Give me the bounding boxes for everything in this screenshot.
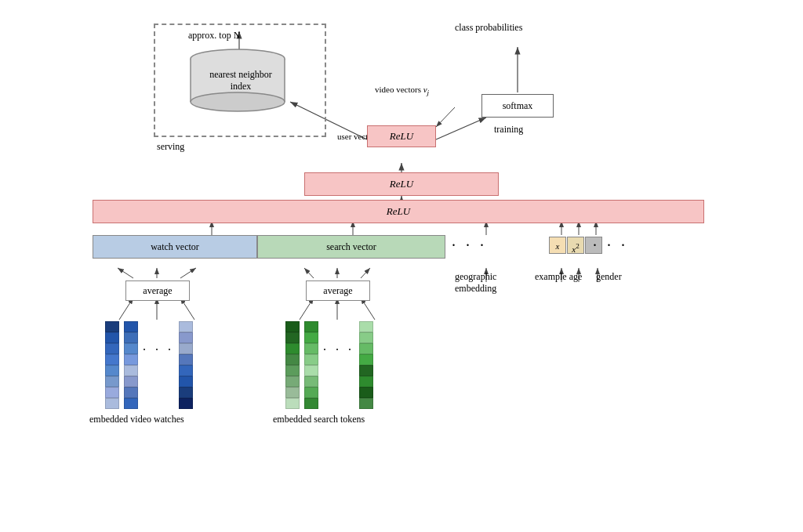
blue-col-3 bbox=[179, 321, 193, 409]
svg-line-6 bbox=[436, 118, 486, 139]
arrows-overlay bbox=[0, 0, 803, 532]
average-box-watch: average bbox=[125, 280, 190, 301]
nn-index-label: nearest neighborindex bbox=[188, 69, 293, 92]
blue-col-1 bbox=[105, 321, 119, 409]
x-cell: x bbox=[549, 237, 566, 254]
feature-row-dots-right: · · · bbox=[593, 237, 628, 255]
serving-label: serving bbox=[157, 141, 184, 153]
example-age-label: example age bbox=[535, 271, 582, 283]
svg-line-20 bbox=[361, 268, 370, 278]
relu-box-large: ReLU bbox=[93, 200, 704, 223]
softmax-box: softmax bbox=[481, 94, 554, 118]
green-col-3 bbox=[359, 321, 373, 409]
svg-line-22 bbox=[119, 298, 133, 320]
svg-line-17 bbox=[180, 268, 196, 278]
average-box-search: average bbox=[306, 280, 370, 301]
diagram: approx. top N nearest neighborindex serv… bbox=[0, 0, 803, 532]
svg-line-24 bbox=[180, 298, 194, 320]
svg-line-25 bbox=[300, 298, 314, 320]
feature-row-dots: · · · bbox=[452, 237, 487, 255]
training-label: training bbox=[494, 124, 523, 136]
green-col-2 bbox=[304, 321, 318, 409]
svg-line-8 bbox=[436, 107, 455, 127]
approx-top-n-label: approx. top N bbox=[188, 30, 240, 42]
video-vectors-label: video vectors vj bbox=[375, 85, 429, 96]
green-col-1 bbox=[285, 321, 300, 409]
watch-vector-box: watch vector bbox=[93, 235, 257, 259]
blue-col-dots: · · · bbox=[143, 343, 174, 357]
class-probabilities-label: class probabilities bbox=[455, 22, 522, 34]
geographic-embedding-label: geographicembedding bbox=[455, 271, 496, 295]
embedded-search-tokens-label: embedded search tokens bbox=[273, 414, 365, 425]
svg-line-21 bbox=[304, 268, 314, 278]
svg-point-36 bbox=[191, 92, 285, 111]
green-col-dots: · · · bbox=[323, 343, 354, 357]
relu-box-mid: ReLU bbox=[304, 172, 499, 196]
svg-line-27 bbox=[361, 298, 375, 320]
gender-label: gender bbox=[596, 271, 622, 283]
svg-line-18 bbox=[118, 268, 133, 278]
relu-box-top: ReLU bbox=[367, 125, 436, 147]
x2-cell: x2 bbox=[567, 237, 584, 254]
blue-col-2 bbox=[124, 321, 138, 409]
embedded-video-watches-label: embedded video watches bbox=[89, 414, 184, 425]
search-vector-box: search vector bbox=[257, 235, 445, 259]
